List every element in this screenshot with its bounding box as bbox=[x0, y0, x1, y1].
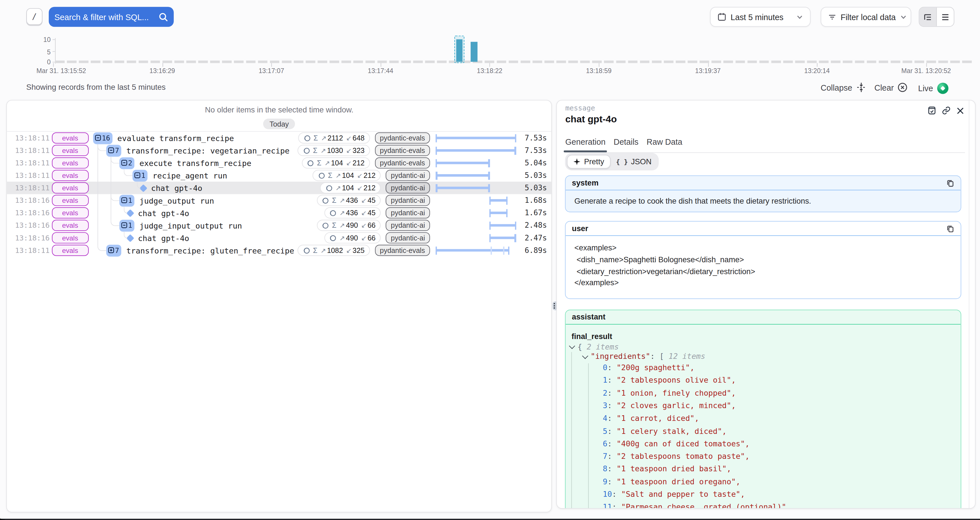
trace-row[interactable]: 13:18:11evals1recipe_agent runΣ↗104↙212p… bbox=[7, 170, 552, 182]
span-name: evaluate transform_recipe bbox=[118, 133, 234, 143]
token-metrics-pill[interactable]: Σ↗2112↙648 bbox=[298, 133, 370, 144]
collapse-icon bbox=[95, 135, 101, 141]
token-metrics-pill[interactable]: Σ↗1030↙323 bbox=[298, 145, 370, 156]
token-metrics-pill[interactable]: ↗436↙45 bbox=[324, 207, 381, 219]
pin-panel-icon[interactable] bbox=[928, 106, 936, 115]
scope-tag[interactable]: pydantic-evals bbox=[375, 245, 430, 256]
scope-tag[interactable]: pydantic-ai bbox=[386, 232, 430, 244]
evals-badge[interactable]: evals bbox=[52, 157, 89, 169]
tokens-down-icon: ↙ bbox=[361, 222, 366, 229]
evals-badge[interactable]: evals bbox=[52, 182, 89, 194]
filter-label: Filter local data bbox=[840, 12, 896, 22]
duration-bar-zone bbox=[436, 182, 516, 194]
tokens-down-icon: ↙ bbox=[361, 197, 366, 204]
token-metrics-pill[interactable]: Σ↗490↙66 bbox=[317, 220, 381, 231]
scope-tag[interactable]: pydantic-evals bbox=[375, 157, 430, 169]
json-root-line[interactable]: { 2 items bbox=[568, 342, 961, 352]
json-array-item: 8: "1 teaspoon dried basil", bbox=[603, 463, 961, 476]
row-timestamp: 13:18:11 bbox=[15, 159, 49, 167]
sigma-icon: Σ bbox=[332, 222, 337, 229]
token-metrics-pill[interactable]: Σ↗436↙45 bbox=[317, 195, 381, 206]
chevron-down-icon bbox=[796, 13, 803, 20]
chart-bar[interactable] bbox=[471, 42, 477, 62]
scope-tag[interactable]: pydantic-ai bbox=[386, 207, 430, 219]
scope-tag[interactable]: pydantic-evals bbox=[375, 133, 430, 144]
span-name: recipe_agent run bbox=[153, 171, 227, 180]
trace-row[interactable]: 13:18:11evals7transform_recipe: vegetari… bbox=[7, 144, 552, 157]
search-input[interactable]: Search & filter with SQL... bbox=[49, 7, 174, 27]
row-timestamp: 13:18:16 bbox=[15, 221, 49, 230]
collapse-count-chip[interactable]: 1 bbox=[119, 195, 134, 206]
copy-icon[interactable] bbox=[947, 179, 955, 187]
trace-row[interactable]: 13:18:11evals2execute transform_recipeΣ↗… bbox=[7, 157, 552, 170]
duration-bar bbox=[490, 224, 516, 227]
system-message-text: Generate a recipe to cook the dish that … bbox=[566, 190, 961, 212]
evals-badge[interactable]: evals bbox=[52, 195, 89, 206]
trace-row[interactable]: 13:18:16evalschat gpt-4o↗436↙45pydantic-… bbox=[7, 207, 552, 219]
token-metrics-pill[interactable]: Σ↗104↙212 bbox=[302, 157, 370, 169]
scope-tag[interactable]: pydantic-ai bbox=[386, 220, 430, 231]
search-placeholder: Search & filter with SQL... bbox=[54, 12, 159, 22]
token-metrics-pill[interactable]: Σ↗1082↙325 bbox=[298, 245, 370, 256]
evals-badge[interactable]: evals bbox=[52, 232, 89, 244]
evals-badge[interactable]: evals bbox=[52, 207, 89, 219]
tokens-icon bbox=[326, 185, 332, 192]
scope-tag[interactable]: pydantic-ai bbox=[386, 170, 430, 181]
close-icon[interactable] bbox=[956, 106, 964, 115]
json-key-line[interactable]: "ingredients": [ 12 items bbox=[582, 352, 961, 361]
tokens-up-icon: ↗ bbox=[325, 159, 330, 166]
collapse-count-chip[interactable]: 16 bbox=[93, 132, 112, 144]
scope-tag[interactable]: pydantic-evals bbox=[375, 145, 430, 156]
tab-raw-data[interactable]: Raw Data bbox=[646, 137, 682, 152]
pretty-toggle-button[interactable]: Pretty bbox=[567, 155, 610, 169]
view-mode-toggle bbox=[919, 7, 955, 27]
collapse-count-chip[interactable]: 1 bbox=[119, 219, 134, 231]
json-toggle-button[interactable]: { } JSON bbox=[611, 155, 657, 169]
collapse-count-chip[interactable]: 1 bbox=[132, 170, 148, 182]
trace-row[interactable]: 13:18:16evalschat gpt-4o↗490↙66pydantic-… bbox=[7, 231, 552, 244]
caret-down-icon[interactable] bbox=[570, 343, 575, 349]
token-metrics-pill[interactable]: ↗104↙212 bbox=[320, 182, 381, 194]
detail-scrollbar-track[interactable] bbox=[969, 101, 969, 508]
json-indent-guide bbox=[588, 363, 589, 509]
token-metrics-pill[interactable]: Σ↗104↙212 bbox=[313, 170, 381, 181]
copy-link-icon[interactable] bbox=[942, 106, 951, 115]
caret-down-icon[interactable] bbox=[583, 353, 589, 358]
copy-icon[interactable] bbox=[947, 225, 955, 233]
collapse-count-chip[interactable]: 7 bbox=[106, 145, 121, 157]
evals-badge[interactable]: evals bbox=[52, 132, 89, 144]
tab-details[interactable]: Details bbox=[614, 137, 639, 152]
tokens-down-icon: ↙ bbox=[361, 234, 366, 242]
trace-row[interactable]: 13:18:16evals1judge_input_output runΣ↗49… bbox=[7, 219, 552, 231]
tab-generation[interactable]: Generation bbox=[565, 137, 606, 152]
filter-local-data-button[interactable]: Filter local data bbox=[821, 7, 912, 27]
scope-tag[interactable]: pydantic-ai bbox=[386, 195, 430, 206]
tokens-up-icon: ↗ bbox=[339, 222, 345, 229]
detail-title: chat gpt-4o bbox=[565, 113, 617, 125]
trace-row[interactable]: 13:18:11evalschat gpt-4o↗104↙212pydantic… bbox=[7, 182, 552, 194]
evals-badge[interactable]: evals bbox=[52, 145, 89, 156]
list-view-button[interactable] bbox=[937, 7, 954, 26]
trace-row[interactable]: 13:18:16evals1judge_output runΣ↗436↙45py… bbox=[7, 194, 552, 207]
evals-badge[interactable]: evals bbox=[52, 170, 89, 181]
trace-row[interactable]: 13:18:11evals16evaluate transform_recipe… bbox=[7, 132, 552, 144]
trace-row[interactable]: 13:18:11evals7transform_recipe: gluten_f… bbox=[7, 244, 552, 257]
collapse-count-chip[interactable]: 2 bbox=[119, 157, 134, 169]
json-array-item: 10: "Salt and pepper to taste", bbox=[603, 488, 961, 501]
time-range-label: Last 5 minutes bbox=[731, 12, 783, 22]
tree-view-button[interactable] bbox=[919, 7, 937, 26]
json-array-item: 6: "400g can of diced tomatoes", bbox=[603, 437, 961, 450]
scope-tag[interactable]: pydantic-ai bbox=[386, 182, 430, 194]
token-metrics-pill[interactable]: ↗490↙66 bbox=[324, 232, 381, 244]
span-name: chat gpt-4o bbox=[138, 208, 189, 217]
clear-button[interactable]: Clear bbox=[875, 82, 908, 92]
sigma-icon: Σ bbox=[313, 147, 318, 154]
collapse-button[interactable]: Collapse bbox=[821, 82, 866, 92]
span-diamond-icon bbox=[126, 209, 134, 217]
time-range-button[interactable]: Last 5 minutes bbox=[710, 7, 811, 27]
collapse-count-chip[interactable]: 7 bbox=[106, 244, 121, 256]
evals-badge[interactable]: evals bbox=[52, 220, 89, 231]
live-toggle[interactable]: Live bbox=[918, 82, 949, 94]
evals-badge[interactable]: evals bbox=[52, 245, 89, 256]
x-tick-label: 13:17:44 bbox=[337, 67, 425, 74]
